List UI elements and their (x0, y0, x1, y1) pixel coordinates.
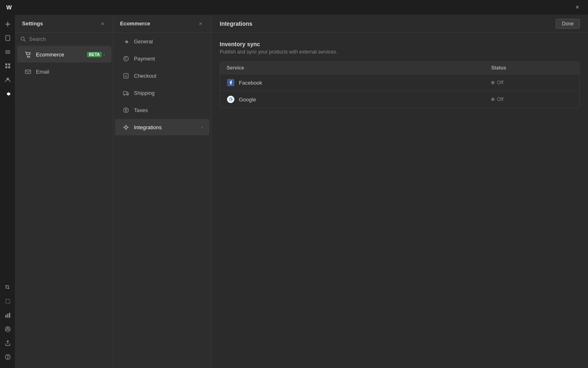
svg-point-19 (21, 37, 24, 40)
ecommerce-icon (24, 50, 32, 58)
svg-rect-11 (6, 299, 10, 303)
add-icon[interactable] (2, 18, 14, 30)
share-icon[interactable] (2, 337, 14, 349)
title-bar: W × (0, 0, 588, 15)
ecommerce-item-taxes[interactable]: Taxes (115, 102, 209, 118)
service-header: Service (227, 65, 491, 71)
app-logo: W (5, 3, 13, 11)
facebook-label: Facebook (239, 80, 262, 86)
integrations-panel: Integrations Done Inventory sync Publish… (212, 15, 588, 368)
svg-point-18 (7, 358, 8, 359)
sidebar-bottom (2, 281, 14, 365)
ecommerce-item-general[interactable]: General (115, 33, 209, 49)
integrations-content: Inventory sync Publish and sync your pro… (212, 33, 588, 368)
ecommerce-badge: BETA (87, 52, 102, 57)
google-status-dot (491, 98, 494, 101)
google-status: Off (497, 96, 503, 102)
svg-point-24 (123, 56, 128, 61)
google-service-cell: Google (227, 95, 491, 103)
section-title: Inventory sync (220, 41, 580, 47)
svg-rect-6 (5, 63, 7, 65)
sidebar-item-ecommerce[interactable]: Ecommerce BETA › (17, 46, 111, 63)
svg-rect-25 (124, 74, 128, 78)
integrations-title: Integrations (220, 20, 556, 27)
ecommerce-item-payment[interactable]: Payment (115, 50, 209, 67)
search-icon (20, 36, 26, 42)
svg-rect-3 (5, 50, 10, 51)
taxes-label: Taxes (134, 107, 203, 113)
payment-icon (122, 54, 130, 63)
ecommerce-item-checkout[interactable]: Checkout (115, 67, 209, 84)
service-table: Service Status Facebook Off (220, 61, 580, 108)
ecommerce-chevron: › (103, 52, 105, 57)
help-icon[interactable] (2, 351, 14, 363)
contacts-icon[interactable] (2, 74, 14, 86)
sidebar-item-email[interactable]: Email (17, 63, 111, 80)
svg-point-28 (127, 94, 128, 95)
taxes-icon (122, 106, 130, 114)
svg-line-20 (24, 40, 26, 42)
facebook-status-dot (491, 81, 494, 84)
done-button[interactable]: Done (556, 19, 580, 29)
section-subtitle: Publish and sync your products with exte… (220, 49, 580, 55)
settings-panel-header: Settings × (16, 15, 113, 33)
checkout-icon (122, 72, 130, 80)
settings-panel-title: Settings (22, 20, 98, 27)
integrations-label: Integrations (134, 124, 200, 130)
svg-rect-1 (5, 24, 10, 25)
integrations-icon (122, 123, 130, 131)
payment-label: Payment (134, 56, 203, 62)
ecommerce-panel: Ecommerce × General Payment Checkout (114, 15, 212, 368)
ecommerce-label: Ecommerce (36, 52, 85, 58)
settings-panel: Settings × Ecommerce BETA › Email (16, 15, 114, 368)
svg-point-22 (29, 56, 30, 57)
svg-rect-5 (5, 53, 10, 54)
equalizer-icon[interactable] (2, 309, 14, 321)
user-circle-icon[interactable] (2, 323, 14, 335)
svg-rect-8 (5, 66, 7, 68)
integrations-chevron: › (201, 125, 203, 130)
svg-rect-7 (8, 63, 10, 65)
svg-point-30 (125, 126, 127, 128)
search-bar (16, 33, 113, 46)
svg-rect-4 (5, 52, 10, 52)
settings-icon[interactable] (2, 88, 14, 100)
icon-sidebar (0, 15, 16, 368)
svg-rect-9 (8, 66, 10, 68)
general-label: General (134, 38, 203, 45)
window-close-button[interactable]: × (572, 2, 583, 13)
facebook-icon (227, 79, 235, 87)
svg-rect-14 (9, 313, 10, 318)
integrations-header: Integrations Done (212, 15, 588, 33)
facebook-status-cell: Off (491, 80, 573, 85)
select-icon[interactable] (2, 295, 14, 307)
crop-icon[interactable] (2, 281, 14, 294)
settings-panel-close[interactable]: × (98, 20, 107, 28)
svg-rect-12 (5, 315, 7, 318)
svg-point-27 (124, 94, 125, 95)
email-icon (24, 67, 32, 76)
facebook-service-cell: Facebook (227, 79, 491, 87)
ecommerce-panel-close[interactable]: × (196, 20, 205, 28)
email-label: Email (36, 69, 105, 75)
svg-point-21 (27, 56, 28, 57)
svg-rect-26 (123, 92, 127, 94)
shipping-label: Shipping (134, 90, 203, 96)
google-status-cell: Off (491, 96, 573, 102)
ecommerce-item-shipping[interactable]: Shipping (115, 85, 209, 101)
layers-icon[interactable] (2, 46, 14, 58)
table-row-google[interactable]: Google Off (220, 91, 579, 108)
svg-rect-23 (25, 70, 31, 74)
svg-rect-2 (6, 36, 10, 40)
svg-rect-13 (7, 314, 8, 318)
google-icon (227, 95, 235, 103)
facebook-status: Off (497, 80, 503, 85)
table-row-facebook[interactable]: Facebook Off (220, 74, 579, 91)
ecommerce-panel-header: Ecommerce × (114, 15, 211, 33)
search-input[interactable] (29, 36, 108, 42)
components-icon[interactable] (2, 60, 14, 72)
shipping-icon (122, 89, 130, 97)
table-header: Service Status (220, 62, 579, 74)
ecommerce-item-integrations[interactable]: Integrations › (115, 119, 209, 135)
pages-icon[interactable] (2, 32, 14, 44)
